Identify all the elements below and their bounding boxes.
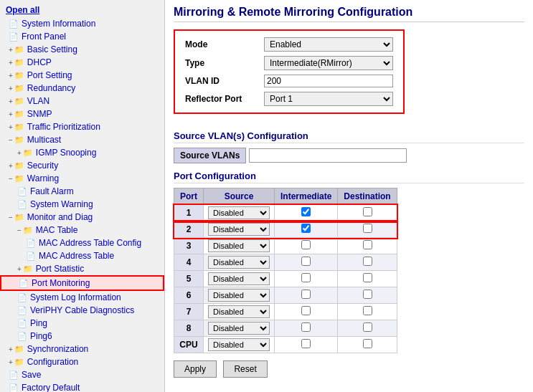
mode-select[interactable]: EnabledDisabled bbox=[264, 37, 393, 52]
intermediate-checkbox-8[interactable] bbox=[301, 322, 311, 332]
intermediate-checkbox-4[interactable] bbox=[301, 257, 311, 266]
source-select-8[interactable]: DisabledEnabled-RXEnabled-TXEnabled bbox=[208, 322, 270, 335]
port-row-8: 8DisabledEnabled-RXEnabled-TXEnabled bbox=[174, 320, 397, 337]
sidebar-item-veriphy-cable-diagnostics[interactable]: 📄VeriPHY Cable Diagnostics bbox=[0, 304, 164, 317]
sidebar-item-system-warning[interactable]: 📄System Warning bbox=[0, 198, 164, 211]
sidebar-item-system-information[interactable]: 📄System Information bbox=[0, 17, 164, 30]
source-select-CPU[interactable]: DisabledEnabled-RXEnabled-TXEnabled bbox=[208, 338, 270, 351]
destination-checkbox-3[interactable] bbox=[363, 240, 372, 249]
destination-checkbox-5[interactable] bbox=[363, 273, 372, 282]
source-select-1[interactable]: DisabledEnabled-RXEnabled-TXEnabled bbox=[208, 206, 270, 219]
sidebar-item-vlan[interactable]: +📁VLAN bbox=[0, 95, 164, 107]
col-header-source: Source bbox=[204, 188, 275, 205]
reset-button[interactable]: Reset bbox=[223, 360, 267, 378]
plus-icon: + bbox=[9, 46, 13, 54]
sidebar-item-save[interactable]: 📄Save bbox=[0, 368, 164, 381]
sidebar-item-basic-setting[interactable]: +📁Basic Setting bbox=[0, 43, 164, 56]
source-select-2[interactable]: DisabledEnabled-RXEnabled-TXEnabled bbox=[208, 223, 270, 236]
vlan-id-input[interactable] bbox=[264, 75, 393, 87]
sidebar-item-label-mac-table: MAC Table bbox=[36, 225, 77, 235]
intermediate-checkbox-6[interactable] bbox=[301, 290, 311, 299]
sidebar-item-mac-address-table[interactable]: 📄MAC Address Table bbox=[0, 249, 164, 262]
intermediate-cell-1 bbox=[275, 205, 338, 221]
apply-button[interactable]: Apply bbox=[174, 360, 217, 378]
source-select-5[interactable]: DisabledEnabled-RXEnabled-TXEnabled bbox=[208, 272, 270, 285]
port-row-3: 3DisabledEnabled-RXEnabled-TXEnabled bbox=[174, 238, 397, 254]
port-row-4: 4DisabledEnabled-RXEnabled-TXEnabled bbox=[174, 254, 397, 271]
sidebar-item-multicast[interactable]: −📁Multicast bbox=[0, 133, 164, 146]
sidebar-item-label-mac-address-table-config: MAC Address Table Config bbox=[39, 238, 141, 248]
sidebar-item-factory-default[interactable]: 📄Factory Default bbox=[0, 381, 164, 392]
sidebar-item-port-setting[interactable]: +📁Port Setting bbox=[0, 69, 164, 82]
source-vlan-heading: Source VLAN(s) Configuration bbox=[174, 130, 524, 143]
destination-checkbox-8[interactable] bbox=[363, 322, 372, 332]
destination-checkbox-6[interactable] bbox=[363, 290, 372, 299]
doc-icon: 📄 bbox=[9, 19, 19, 29]
source-select-7[interactable]: DisabledEnabled-RXEnabled-TXEnabled bbox=[208, 305, 270, 318]
source-cell-6: DisabledEnabled-RXEnabled-TXEnabled bbox=[204, 287, 275, 304]
destination-checkbox-2[interactable] bbox=[363, 224, 372, 233]
sidebar-item-port-monitoring[interactable]: 📄Port Monitoring bbox=[0, 275, 164, 291]
destination-checkbox-1[interactable] bbox=[363, 207, 372, 216]
sidebar-item-ping[interactable]: 📄Ping bbox=[0, 317, 164, 330]
sidebar-item-mac-table[interactable]: −📁MAC Table bbox=[0, 224, 164, 236]
intermediate-cell-4 bbox=[275, 254, 338, 271]
sidebar-item-redundancy[interactable]: +📁Redundancy bbox=[0, 82, 164, 95]
sidebar-item-label-system-log-information: System Log Information bbox=[30, 292, 121, 302]
port-config-heading: Port Configuration bbox=[174, 171, 524, 183]
minus-icon: − bbox=[17, 226, 22, 234]
source-vlan-row: Source VLANs bbox=[174, 148, 524, 163]
intermediate-checkbox-2[interactable] bbox=[301, 224, 311, 233]
reflector-port-select[interactable]: Port 1Port 2Port 3Port 4Port 5Port 6Port… bbox=[264, 92, 393, 106]
sidebar-item-label-multicast: Multicast bbox=[27, 135, 61, 145]
sidebar-item-mac-address-table-config[interactable]: 📄MAC Address Table Config bbox=[0, 236, 164, 249]
sidebar-item-label-front-panel: Front Panel bbox=[22, 32, 66, 42]
sidebar-item-traffic-prioritization[interactable]: +📁Traffic Prioritization bbox=[0, 120, 164, 133]
open-all-link[interactable]: Open all bbox=[0, 3, 164, 17]
doc-icon: 📄 bbox=[9, 371, 19, 380]
sidebar-item-security[interactable]: +📁Security bbox=[0, 159, 164, 172]
source-select-4[interactable]: DisabledEnabled-RXEnabled-TXEnabled bbox=[208, 256, 270, 269]
type-select[interactable]: MirrorSource(RMirror)Intermediate(RMirro… bbox=[264, 56, 393, 70]
folder-icon: 📁 bbox=[14, 97, 24, 106]
destination-checkbox-7[interactable] bbox=[363, 306, 372, 315]
sidebar-item-synchronization[interactable]: +📁Synchronization bbox=[0, 343, 164, 355]
sidebar-item-fault-alarm[interactable]: 📄Fault Alarm bbox=[0, 185, 164, 198]
intermediate-cell-6 bbox=[275, 287, 338, 304]
intermediate-checkbox-7[interactable] bbox=[301, 306, 311, 315]
source-select-3[interactable]: DisabledEnabled-RXEnabled-TXEnabled bbox=[208, 239, 270, 252]
destination-checkbox-CPU[interactable] bbox=[363, 339, 372, 348]
source-cell-3: DisabledEnabled-RXEnabled-TXEnabled bbox=[204, 238, 275, 254]
sidebar-item-snmp[interactable]: +📁SNMP bbox=[0, 107, 164, 120]
intermediate-checkbox-5[interactable] bbox=[301, 273, 311, 282]
col-header-intermediate: Intermediate bbox=[275, 188, 338, 205]
sidebar-item-igmp-snooping[interactable]: +📁IGMP Snooping bbox=[0, 146, 164, 159]
sidebar-item-dhcp[interactable]: +📁DHCP bbox=[0, 56, 164, 69]
sidebar-item-label-configuration: Configuration bbox=[27, 357, 78, 367]
sidebar-item-ping6[interactable]: 📄Ping6 bbox=[0, 330, 164, 343]
sidebar: Open all📄System Information📄Front Panel+… bbox=[0, 0, 165, 392]
sidebar-item-label-igmp-snooping: IGMP Snooping bbox=[36, 148, 97, 158]
intermediate-checkbox-1[interactable] bbox=[301, 207, 311, 216]
sidebar-item-port-statistic[interactable]: +📁Port Statistic bbox=[0, 262, 164, 275]
intermediate-checkbox-3[interactable] bbox=[301, 240, 311, 249]
plus-icon: + bbox=[9, 358, 13, 366]
port-row-7: 7DisabledEnabled-RXEnabled-TXEnabled bbox=[174, 304, 397, 320]
source-cell-CPU: DisabledEnabled-RXEnabled-TXEnabled bbox=[204, 337, 275, 353]
sidebar-item-label-security: Security bbox=[27, 161, 58, 171]
intermediate-checkbox-CPU[interactable] bbox=[301, 339, 311, 348]
sidebar-item-warning[interactable]: −📁Warning bbox=[0, 172, 164, 185]
sidebar-item-system-log-information[interactable]: 📄System Log Information bbox=[0, 291, 164, 304]
sidebar-item-configuration[interactable]: +📁Configuration bbox=[0, 355, 164, 368]
sidebar-item-front-panel[interactable]: 📄Front Panel bbox=[0, 30, 164, 43]
source-vlan-input[interactable] bbox=[249, 148, 407, 163]
source-cell-4: DisabledEnabled-RXEnabled-TXEnabled bbox=[204, 254, 275, 271]
source-vlans-button[interactable]: Source VLANs bbox=[174, 148, 246, 163]
source-select-6[interactable]: DisabledEnabled-RXEnabled-TXEnabled bbox=[208, 289, 270, 302]
folder-icon: 📁 bbox=[14, 213, 24, 222]
sidebar-item-monitor-and-diag[interactable]: −📁Monitor and Diag bbox=[0, 211, 164, 224]
page-title: Mirroring & Remote Mirroring Configurati… bbox=[174, 6, 524, 22]
destination-checkbox-4[interactable] bbox=[363, 257, 372, 266]
folder-icon: 📁 bbox=[14, 174, 24, 183]
source-cell-2: DisabledEnabled-RXEnabled-TXEnabled bbox=[204, 221, 275, 238]
